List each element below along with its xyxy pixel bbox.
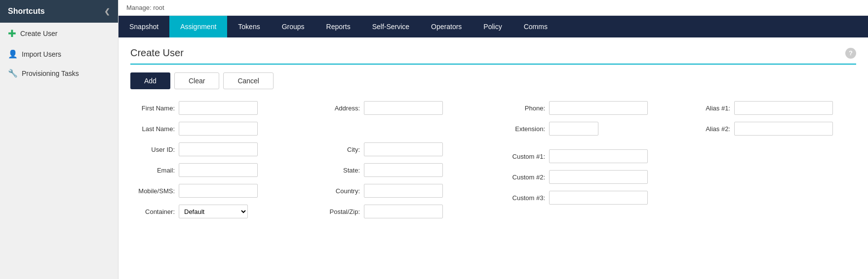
tab-comms[interactable]: Comms <box>513 16 558 37</box>
custom1-input[interactable] <box>549 149 648 163</box>
phone-input[interactable] <box>549 101 648 115</box>
mobile-sms-input[interactable] <box>179 184 258 198</box>
form: First Name: Last Name: User ID: Email: M… <box>130 101 856 218</box>
city-row: City: <box>316 142 486 156</box>
sidebar-collapse-icon[interactable]: ❮ <box>104 7 110 15</box>
container-label: Container: <box>130 208 175 215</box>
custom2-row: Custom #2: <box>501 170 671 184</box>
custom3-label: Custom #3: <box>501 194 545 202</box>
city-label: City: <box>316 146 360 153</box>
page-title-row: Create User ? <box>130 47 856 65</box>
user-id-row: User ID: <box>130 142 301 156</box>
mobile-sms-row: Mobile/SMS: <box>130 184 301 198</box>
custom1-row: Custom #1: <box>501 149 671 163</box>
extension-input[interactable] <box>549 122 598 136</box>
sidebar-item-label: Import Users <box>22 50 61 58</box>
container-row: Container: Default <box>130 205 301 218</box>
email-row: Email: <box>130 163 301 177</box>
extension-row: Extension: <box>501 122 671 136</box>
custom1-label: Custom #1: <box>501 153 545 160</box>
create-user-icon: ✚ <box>8 28 16 39</box>
form-col-3: Phone: Extension: Custom #1: Custom #2: … <box>501 101 671 218</box>
help-icon[interactable]: ? <box>845 48 856 59</box>
email-input[interactable] <box>179 163 258 177</box>
state-input[interactable] <box>364 163 443 177</box>
last-name-label: Last Name: <box>130 125 175 133</box>
sidebar-item-label: Provisioning Tasks <box>22 70 79 77</box>
country-row: Country: <box>316 184 486 198</box>
tab-policy[interactable]: Policy <box>473 16 513 37</box>
form-col-1: First Name: Last Name: User ID: Email: M… <box>130 101 301 218</box>
sidebar-title: Shortcuts <box>8 7 45 16</box>
user-id-input[interactable] <box>179 142 258 156</box>
sidebar-item-label: Create User <box>20 30 57 37</box>
custom3-input[interactable] <box>549 191 648 205</box>
address-row: Address: <box>316 101 486 115</box>
cancel-button[interactable]: Cancel <box>223 72 274 89</box>
tab-snapshot[interactable]: Snapshot <box>118 16 169 37</box>
main-content: Manage: root Snapshot Assignment Tokens … <box>118 0 868 279</box>
first-name-row: First Name: <box>130 101 301 115</box>
form-col-2: Address: City: State: Country: Postal/Zi… <box>316 101 486 218</box>
first-name-label: First Name: <box>130 105 175 112</box>
alias1-label: Alias #1: <box>686 105 730 112</box>
breadcrumb: Manage: root <box>118 0 868 16</box>
state-label: State: <box>316 167 360 174</box>
provisioning-icon: 🔧 <box>8 69 18 78</box>
phone-label: Phone: <box>501 105 545 112</box>
postal-zip-label: Postal/Zip: <box>316 208 360 215</box>
sidebar-item-provisioning-tasks[interactable]: 🔧 Provisioning Tasks <box>0 64 118 83</box>
tab-self-service[interactable]: Self-Service <box>361 16 420 37</box>
email-label: Email: <box>130 167 175 174</box>
tab-groups[interactable]: Groups <box>271 16 316 37</box>
first-name-input[interactable] <box>179 101 258 115</box>
nav-tabs: Snapshot Assignment Tokens Groups Report… <box>118 16 868 37</box>
phone-row: Phone: <box>501 101 671 115</box>
postal-zip-input[interactable] <box>364 205 443 218</box>
clear-button[interactable]: Clear <box>174 72 219 89</box>
city-input[interactable] <box>364 142 443 156</box>
last-name-input[interactable] <box>179 122 258 136</box>
form-col-4: Alias #1: Alias #2: <box>686 101 856 218</box>
tab-operators[interactable]: Operators <box>420 16 473 37</box>
tab-tokens[interactable]: Tokens <box>227 16 271 37</box>
country-input[interactable] <box>364 184 443 198</box>
postal-zip-row: Postal/Zip: <box>316 205 486 218</box>
add-button[interactable]: Add <box>130 72 170 89</box>
custom2-input[interactable] <box>549 170 648 184</box>
sidebar-items: ✚ Create User 👤 Import Users 🔧 Provision… <box>0 23 118 83</box>
address-label: Address: <box>316 105 360 112</box>
sidebar: Shortcuts ❮ ✚ Create User 👤 Import Users… <box>0 0 118 279</box>
tab-reports[interactable]: Reports <box>316 16 361 37</box>
mobile-sms-label: Mobile/SMS: <box>130 187 175 195</box>
alias1-input[interactable] <box>734 101 833 115</box>
extension-label: Extension: <box>501 125 545 133</box>
alias1-row: Alias #1: <box>686 101 856 115</box>
state-row: State: <box>316 163 486 177</box>
tab-assignment[interactable]: Assignment <box>169 16 227 37</box>
content-area: Create User ? Add Clear Cancel First Nam… <box>118 37 868 279</box>
sidebar-header: Shortcuts ❮ <box>0 0 118 23</box>
sidebar-item-create-user[interactable]: ✚ Create User <box>0 23 118 44</box>
custom3-row: Custom #3: <box>501 191 671 205</box>
page-title: Create User <box>130 47 184 59</box>
container-select[interactable]: Default <box>179 205 248 218</box>
import-users-icon: 👤 <box>8 49 18 59</box>
custom2-label: Custom #2: <box>501 174 545 181</box>
action-buttons: Add Clear Cancel <box>130 72 856 89</box>
user-id-label: User ID: <box>130 146 175 153</box>
last-name-row: Last Name: <box>130 122 301 136</box>
country-label: Country: <box>316 187 360 195</box>
sidebar-item-import-users[interactable]: 👤 Import Users <box>0 44 118 64</box>
address-input[interactable] <box>364 101 443 115</box>
alias2-row: Alias #2: <box>686 122 856 136</box>
alias2-label: Alias #2: <box>686 125 730 133</box>
alias2-input[interactable] <box>734 122 833 136</box>
